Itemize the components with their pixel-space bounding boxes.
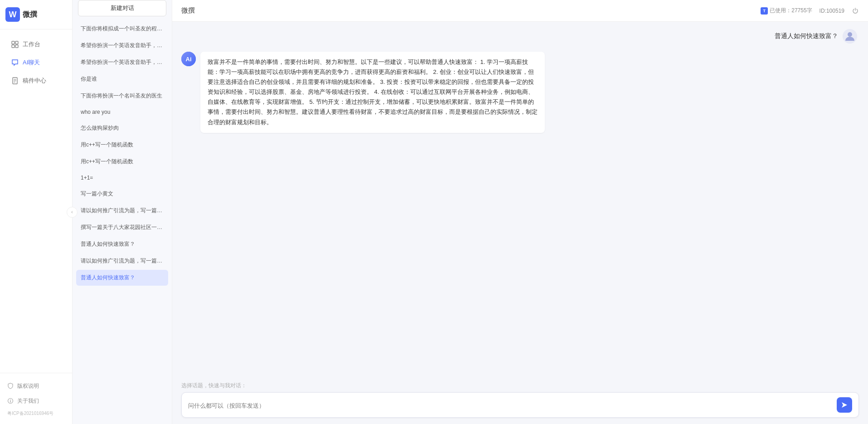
chat-item-10[interactable]: 1+1=: [76, 171, 168, 185]
usage-icon: T: [761, 7, 768, 15]
svg-rect-0: [12, 41, 15, 44]
copyright-label: 版权说明: [17, 382, 39, 390]
chat-input[interactable]: [188, 402, 837, 409]
chat-item-14[interactable]: 普通人如何快速致富？: [76, 236, 168, 252]
topbar-right: T 已使用：27755字 ID:100519: [761, 7, 859, 15]
chat-item-9[interactable]: 用c++写一个随机函数: [76, 154, 168, 170]
chat-item-1[interactable]: 下面你将模拟成一个叫圣友的程序员，我说...: [76, 21, 168, 37]
chat-item-2[interactable]: 希望你扮演一个英语发音助手，我提供给你...: [76, 38, 168, 54]
sidebar-item-workbench[interactable]: 工作台: [4, 36, 68, 53]
chat-item-3[interactable]: 希望你扮演一个英语发音助手，我提供给你...: [76, 54, 168, 70]
svg-rect-1: [15, 41, 18, 44]
ai-avatar: Ai: [181, 52, 196, 66]
chat-item-11[interactable]: 写一篇小黄文: [76, 186, 168, 202]
ai-message-text: 致富并不是一件简单的事情，需要付出时间、努力和智慧。以下是一些建议，可以帮助普通…: [200, 52, 545, 133]
topbar: 微撰 T 已使用：27755字 ID:100519: [172, 0, 868, 22]
sidebar-item-ai-chat[interactable]: AI聊天: [4, 54, 68, 71]
svg-rect-3: [15, 45, 18, 48]
sidebar-item-drafts[interactable]: 稿件中心: [4, 72, 68, 89]
quick-topics-label: 选择话题，快速与我对话：: [181, 382, 859, 390]
about-label: 关于我们: [17, 397, 39, 405]
chat-main: 普通人如何快速致富？: [172, 22, 868, 424]
svg-point-10: [10, 399, 10, 400]
page-title: 微撰: [181, 6, 761, 15]
message-row-ai: Ai 致富并不是一件简单的事情，需要付出时间、努力和智慧。以下是一些建议，可以帮…: [181, 52, 857, 133]
user-message-text: 普通人如何快速致富？: [775, 29, 838, 44]
chat-item-8[interactable]: 用c++写一个随机函数: [76, 137, 168, 153]
chat-item-5[interactable]: 下面你将扮演一个名叫圣友的医生: [76, 88, 168, 104]
sidebar-bottom: 版权说明 关于我们 粤ICP备2021016946号: [0, 373, 72, 424]
messages-area: 普通人如何快速致富？: [181, 29, 859, 377]
chat-item-4[interactable]: 你是谁: [76, 71, 168, 87]
collapse-button[interactable]: ‹: [67, 207, 78, 218]
drafts-label: 稿件中心: [23, 77, 46, 85]
usage-label: 已使用：27755字: [770, 7, 812, 15]
user-avatar: [843, 29, 857, 44]
doc-icon: [11, 77, 19, 85]
chat-item-7[interactable]: 怎么做狗屎炒肉: [76, 120, 168, 136]
chat-bottom: 选择话题，快速与我对话：: [181, 377, 859, 424]
svg-rect-2: [12, 45, 15, 48]
chat-item-6[interactable]: who are you: [76, 105, 168, 119]
chat-item-12[interactable]: 请以如何推广引流为题，写一篇大纲: [76, 203, 168, 219]
chat-items-list: 下面你将模拟成一个叫圣友的程序员，我说... 希望你扮演一个英语发音助手，我提供…: [73, 21, 172, 424]
input-area: [181, 392, 859, 418]
send-button[interactable]: [837, 397, 852, 413]
svg-point-12: [848, 32, 852, 37]
power-icon[interactable]: [852, 7, 859, 15]
chat-item-16[interactable]: 普通人如何快速致富？: [76, 270, 168, 286]
info-icon: [7, 398, 15, 405]
chat-list-panel: 新建对话 下面你将模拟成一个叫圣友的程序员，我说... 希望你扮演一个英语发音助…: [73, 0, 172, 424]
chat-item-15[interactable]: 请以如何推广引流为题，写一篇大纲: [76, 253, 168, 269]
main-area: 微撰 T 已使用：27755字 ID:100519 普通人如何快速致富？: [172, 0, 868, 424]
ai-chat-label: AI聊天: [23, 58, 40, 67]
new-chat-button[interactable]: 新建对话: [78, 0, 166, 16]
chat-icon: [11, 58, 19, 67]
sidebar: W 微撰 工作台 AI聊天: [0, 0, 73, 424]
icp-text: 粤ICP备2021016946号: [0, 409, 72, 419]
logo-text: 微撰: [23, 10, 37, 19]
grid-icon: [11, 40, 19, 49]
chat-item-13[interactable]: 撰写一篇关于八大家花园社区一刻钟便民生...: [76, 219, 168, 235]
logo-w-icon: W: [5, 7, 20, 22]
logo-area: W 微撰: [0, 0, 72, 29]
usage-info: T 已使用：27755字: [761, 7, 812, 15]
copyright-item[interactable]: 版权说明: [0, 379, 72, 394]
about-item[interactable]: 关于我们: [0, 394, 72, 409]
id-label: ID:100519: [820, 8, 844, 14]
svg-text:Ai: Ai: [186, 56, 192, 63]
message-row-user: 普通人如何快速致富？: [181, 29, 857, 44]
workbench-label: 工作台: [23, 40, 40, 49]
main-nav: 工作台 AI聊天 稿件中心: [0, 29, 72, 96]
shield-icon: [7, 383, 15, 390]
